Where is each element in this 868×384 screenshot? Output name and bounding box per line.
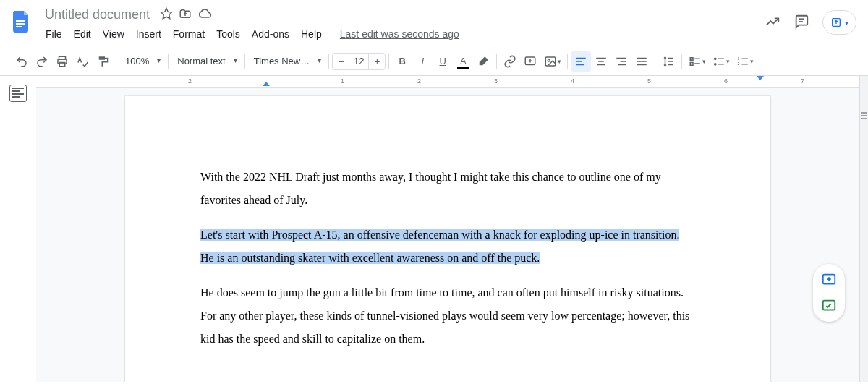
title-area: Untitled document File Edit View Insert … (41, 6, 765, 43)
image-dropdown-icon[interactable]: ▾ (558, 58, 564, 65)
ruler-tick: 5 (647, 77, 651, 85)
workspace: 2 1 2 3 4 5 6 7 With the 2022 NHL Draft … (0, 76, 868, 382)
menu-view[interactable]: View (98, 25, 129, 43)
ruler-tick: 7 (801, 77, 804, 85)
menu-file[interactable]: File (41, 25, 67, 43)
outline-toggle-icon[interactable] (9, 85, 27, 102)
menu-addons[interactable]: Add-ons (247, 25, 294, 43)
move-icon[interactable] (179, 7, 192, 22)
highlight-button[interactable] (473, 51, 493, 72)
menu-tools[interactable]: Tools (211, 25, 245, 43)
ruler-tick: 4 (571, 77, 574, 85)
svg-rect-0 (16, 20, 25, 22)
comments-icon[interactable] (793, 14, 809, 32)
align-justify-button[interactable] (631, 51, 652, 72)
menubar: File Edit View Insert Format Tools Add-o… (41, 25, 765, 43)
svg-rect-1 (16, 23, 25, 25)
ruler-tick: 2 (417, 77, 421, 85)
document-title[interactable]: Untitled document (41, 6, 154, 24)
add-comment-button[interactable] (817, 268, 841, 291)
right-indent-icon[interactable] (757, 76, 764, 80)
insert-link-button[interactable] (500, 51, 520, 72)
svg-text:1: 1 (738, 56, 740, 60)
font-size-increment[interactable]: + (369, 54, 385, 69)
star-icon[interactable] (160, 7, 173, 22)
activity-icon[interactable] (765, 14, 780, 32)
font-size-input[interactable] (349, 54, 369, 69)
insert-comment-button[interactable] (520, 51, 540, 72)
underline-button[interactable]: U (433, 51, 453, 72)
align-left-button[interactable] (571, 51, 591, 72)
ruler-tick: 1 (341, 77, 344, 85)
first-line-indent-icon[interactable] (263, 82, 270, 86)
svg-rect-2 (16, 26, 22, 27)
bold-button[interactable]: B (392, 51, 412, 72)
spellcheck-button[interactable] (72, 51, 93, 72)
paint-format-button[interactable] (93, 51, 113, 72)
checklist-dropdown-icon[interactable]: ▾ (702, 58, 709, 65)
last-edit-link[interactable]: Last edit was seconds ago (334, 25, 465, 43)
font-select[interactable]: Times New… (248, 53, 326, 69)
zoom-select[interactable]: 100% (119, 53, 165, 69)
align-center-button[interactable] (591, 51, 611, 72)
svg-point-35 (715, 63, 716, 64)
menu-insert[interactable]: Insert (131, 25, 166, 43)
menu-format[interactable]: Format (168, 25, 210, 43)
redo-button[interactable] (32, 51, 52, 72)
line-spacing-button[interactable] (658, 51, 678, 72)
svg-text:2: 2 (738, 61, 740, 66)
svg-rect-32 (691, 62, 694, 65)
menu-edit[interactable]: Edit (69, 25, 96, 43)
svg-marker-3 (161, 9, 172, 19)
numbered-dropdown-icon[interactable]: ▾ (750, 58, 757, 65)
side-panel-collapsed[interactable] (859, 76, 868, 382)
ruler-tick: 2 (188, 77, 192, 85)
text-color-button[interactable]: A (453, 51, 473, 72)
horizontal-ruler[interactable]: 2 1 2 3 4 5 6 7 (36, 76, 859, 88)
document-canvas[interactable]: 2 1 2 3 4 5 6 7 With the 2022 NHL Draft … (36, 76, 859, 382)
svg-point-14 (548, 59, 550, 61)
paragraph-style-select[interactable]: Normal text (171, 53, 241, 69)
suggest-edit-button[interactable] (817, 294, 841, 317)
document-body[interactable]: With the 2022 NHL Draft just months away… (200, 166, 695, 351)
undo-button[interactable] (12, 51, 32, 72)
font-size-decrement[interactable]: − (333, 54, 349, 69)
paragraph-3[interactable]: He does seem to jump the gun a little bi… (200, 281, 695, 351)
document-page[interactable]: With the 2022 NHL Draft just months away… (125, 96, 770, 382)
floating-comment-tools (813, 264, 845, 322)
menu-help[interactable]: Help (296, 25, 327, 43)
header-right: ▾ (765, 6, 859, 35)
paragraph-2[interactable]: Let's start with Prospect A-15, an offen… (200, 223, 695, 270)
docs-logo[interactable] (9, 9, 35, 35)
italic-button[interactable]: I (412, 51, 433, 72)
ruler-tick: 6 (724, 77, 728, 85)
selected-text[interactable]: Let's start with Prospect A-15, an offen… (200, 229, 679, 264)
bullet-dropdown-icon[interactable]: ▾ (726, 58, 733, 65)
font-size-group: − + (332, 53, 386, 70)
print-button[interactable] (52, 51, 72, 72)
outline-rail (0, 76, 36, 382)
cloud-status-icon[interactable] (197, 7, 212, 23)
chevron-down-icon: ▾ (845, 19, 848, 27)
align-right-button[interactable] (611, 51, 631, 72)
share-button[interactable]: ▾ (822, 10, 856, 35)
paragraph-1[interactable]: With the 2022 NHL Draft just months away… (200, 166, 695, 212)
svg-point-34 (715, 58, 716, 59)
ruler-tick: 3 (494, 77, 498, 85)
header-bar: Untitled document File Edit View Insert … (0, 0, 868, 43)
toolbar: 100% Normal text Times New… − + B I U A … (0, 47, 868, 76)
